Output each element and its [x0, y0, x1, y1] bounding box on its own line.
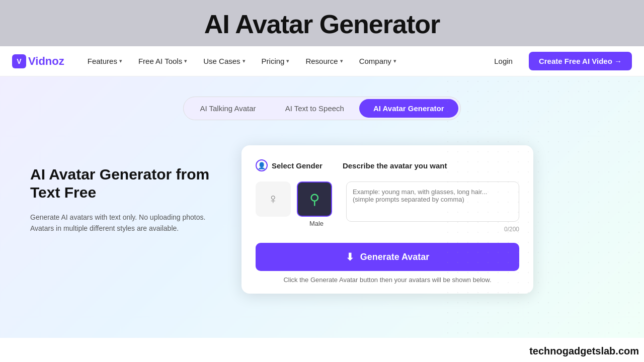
- hero-description: Generate AI avatars with text only. No u…: [30, 212, 211, 234]
- gender-row: ♀ ⚲: [256, 182, 336, 217]
- hero-title: AI Avatar Generator from Text Free: [30, 165, 211, 202]
- nav-use-cases[interactable]: Use Cases ▾: [196, 53, 252, 69]
- logo-icon: V: [12, 54, 26, 68]
- main-content: AI Talking Avatar AI Text to Speech AI A…: [0, 76, 644, 338]
- logo-text: Vidnoz: [28, 55, 64, 68]
- top-banner: AI Avatar Generator: [0, 0, 644, 46]
- tab-ai-text-to-speech[interactable]: AI Text to Speech: [271, 99, 358, 118]
- person-icon: 👤: [256, 159, 268, 171]
- logo[interactable]: V Vidnoz: [12, 54, 64, 68]
- chevron-down-icon: ▾: [393, 58, 396, 64]
- chevron-down-icon: ▾: [119, 58, 122, 64]
- chevron-down-icon: ▾: [340, 58, 343, 64]
- nav-pricing[interactable]: Pricing ▾: [255, 53, 297, 69]
- create-free-ai-video-button[interactable]: Create Free AI Video →: [529, 52, 632, 70]
- nav-free-ai-tools[interactable]: Free AI Tools ▾: [131, 53, 194, 69]
- male-icon: ⚲: [309, 191, 320, 208]
- nav-resource[interactable]: Resource ▾: [298, 53, 350, 69]
- tab-group: AI Talking Avatar AI Text to Speech AI A…: [183, 97, 460, 120]
- banner-title: AI Avatar Generator: [0, 9, 644, 39]
- selected-gender-label: Male: [297, 220, 336, 227]
- download-icon: ⬇: [346, 251, 354, 263]
- left-column: AI Avatar Generator from Text Free Gener…: [30, 145, 211, 234]
- female-icon: ♀: [268, 191, 279, 207]
- watermark: technogadgetslab.com: [529, 345, 639, 357]
- login-button[interactable]: Login: [486, 53, 521, 69]
- nav-right: Login Create Free AI Video →: [486, 52, 632, 70]
- tab-ai-talking-avatar[interactable]: AI Talking Avatar: [186, 99, 270, 118]
- chevron-down-icon: ▾: [286, 58, 289, 64]
- chevron-down-icon: ▾: [243, 58, 246, 64]
- male-gender-button[interactable]: ⚲: [297, 182, 332, 217]
- decorative-dots: [443, 76, 644, 338]
- describe-section-label: Describe the avatar you want: [343, 159, 447, 171]
- nav-items: Features ▾ Free AI Tools ▾ Use Cases ▾ P…: [80, 53, 487, 69]
- gender-section-label: 👤 Select Gender: [256, 159, 323, 171]
- navbar: V Vidnoz Features ▾ Free AI Tools ▾ Use …: [0, 46, 644, 76]
- nav-features[interactable]: Features ▾: [80, 53, 129, 69]
- gender-column: ♀ ⚲ Male: [256, 182, 336, 227]
- nav-company[interactable]: Company ▾: [352, 53, 404, 69]
- female-gender-button[interactable]: ♀: [256, 182, 291, 217]
- chevron-down-icon: ▾: [184, 58, 187, 64]
